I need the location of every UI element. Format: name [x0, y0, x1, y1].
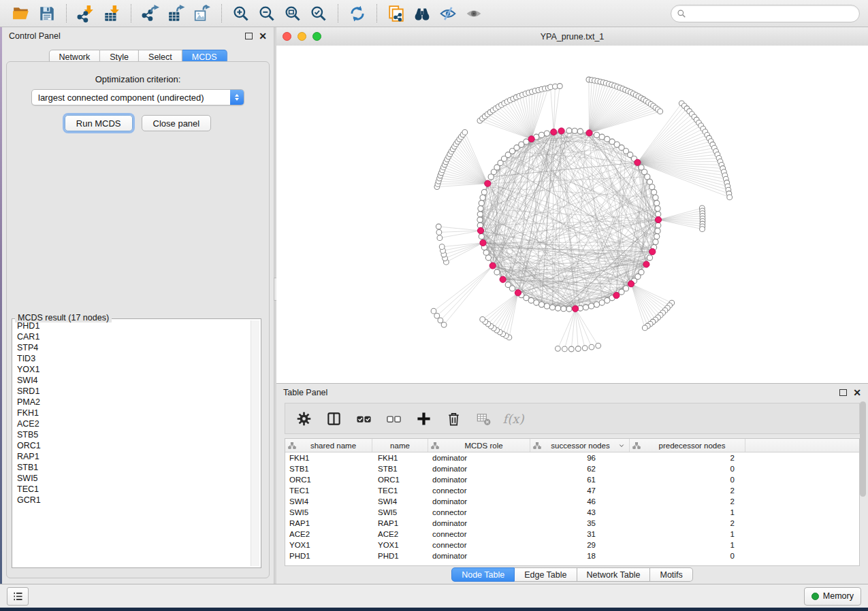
search-input[interactable]	[690, 8, 854, 19]
network-node[interactable]	[477, 217, 483, 222]
network-leaf-node[interactable]	[596, 343, 601, 348]
network-leaf-node[interactable]	[658, 109, 663, 114]
network-node[interactable]	[655, 228, 660, 233]
network-leaf-node[interactable]	[557, 84, 562, 89]
show-column-panel-button[interactable]	[323, 407, 344, 430]
network-leaf-node[interactable]	[642, 325, 647, 331]
network-node[interactable]	[479, 233, 484, 239]
network-node[interactable]	[649, 184, 655, 190]
mcds-hub-node[interactable]	[489, 263, 496, 269]
mcds-hub-node[interactable]	[500, 276, 506, 282]
zoom-selected-button[interactable]	[307, 3, 330, 24]
zoom-in-button[interactable]	[229, 3, 253, 24]
memory-button[interactable]: Memory	[804, 587, 861, 606]
table-row[interactable]: YOX1YOX1connector291	[285, 540, 859, 550]
network-canvas[interactable]	[276, 46, 868, 383]
mcds-result-item[interactable]: FKH1	[14, 408, 251, 418]
mcds-hub-node[interactable]	[643, 261, 649, 267]
network-node[interactable]	[481, 189, 487, 195]
mcds-result-item[interactable]: ORC1	[14, 440, 251, 451]
network-leaf-node[interactable]	[568, 346, 574, 352]
network-node[interactable]	[654, 233, 660, 239]
network-leaf-node[interactable]	[562, 346, 568, 352]
network-node[interactable]	[549, 305, 555, 310]
network-leaf-node[interactable]	[436, 224, 441, 229]
column-header-successor-nodes[interactable]: successor nodes	[530, 439, 630, 452]
network-node[interactable]	[572, 128, 577, 133]
network-node[interactable]	[505, 282, 511, 287]
network-node[interactable]	[594, 302, 599, 308]
network-leaf-node[interactable]	[437, 235, 443, 241]
mcds-hub-node[interactable]	[551, 129, 557, 135]
mcds-result-item[interactable]: SWI4	[14, 375, 251, 386]
mcds-result-item[interactable]: CAR1	[14, 331, 251, 342]
mcds-hub-node[interactable]	[655, 216, 661, 222]
mcds-result-item[interactable]: SWI5	[14, 473, 251, 484]
column-header-shared-name[interactable]: shared name	[285, 439, 372, 452]
network-leaf-node[interactable]	[727, 195, 733, 200]
network-node[interactable]	[566, 306, 572, 312]
network-node[interactable]	[480, 195, 485, 200]
save-session-button[interactable]	[35, 3, 59, 24]
import-network-button[interactable]	[74, 3, 97, 24]
network-node[interactable]	[483, 250, 489, 255]
mcds-hub-node[interactable]	[558, 128, 564, 134]
tab-edge-table[interactable]: Edge Table	[515, 567, 577, 582]
network-node[interactable]	[534, 300, 539, 306]
apply-layout-button[interactable]	[346, 3, 369, 24]
network-leaf-node[interactable]	[439, 244, 445, 250]
network-node[interactable]	[477, 212, 483, 217]
network-leaf-node[interactable]	[582, 346, 588, 351]
table-row[interactable]: SWI5SWI5connector431	[285, 507, 859, 518]
mcds-result-item[interactable]: STB5	[14, 429, 251, 440]
mcds-hub-node[interactable]	[477, 227, 483, 233]
network-node[interactable]	[479, 200, 484, 205]
network-node[interactable]	[655, 206, 660, 212]
table-row[interactable]: RAP1RAP1dominator352	[285, 518, 859, 529]
network-node[interactable]	[544, 303, 549, 309]
mcds-hub-node[interactable]	[528, 136, 534, 142]
network-node[interactable]	[539, 302, 544, 308]
tab-network-table[interactable]: Network Table	[577, 567, 651, 582]
show-all-button[interactable]	[462, 3, 485, 24]
network-node[interactable]	[594, 132, 599, 137]
network-node[interactable]	[599, 134, 605, 139]
mcds-hub-node[interactable]	[628, 281, 634, 287]
network-leaf-node[interactable]	[436, 230, 442, 235]
network-node[interactable]	[653, 240, 658, 245]
close-panel-button[interactable]: Close panel	[142, 115, 212, 131]
network-node[interactable]	[577, 129, 583, 134]
network-node[interactable]	[589, 303, 594, 309]
import-table-button[interactable]	[100, 3, 123, 24]
mcds-result-item[interactable]: PMA2	[14, 397, 251, 408]
table-row[interactable]: FKH1FKH1dominator962	[285, 452, 859, 463]
tab-node-table[interactable]: Node Table	[451, 567, 515, 582]
zoom-fit-button[interactable]	[281, 3, 304, 24]
mcds-hub-node[interactable]	[634, 159, 641, 165]
network-leaf-node[interactable]	[575, 346, 581, 352]
open-file-button[interactable]	[10, 3, 33, 24]
network-leaf-node[interactable]	[434, 313, 440, 318]
network-node[interactable]	[653, 195, 658, 200]
table-row[interactable]: PHD1PHD1dominator180	[285, 550, 859, 561]
table-row[interactable]: TEC1TEC1connector472	[285, 485, 859, 496]
select-all-columns-button[interactable]	[353, 407, 374, 430]
mcds-hub-node[interactable]	[586, 130, 592, 136]
network-leaf-node[interactable]	[431, 308, 436, 314]
network-node[interactable]	[583, 305, 588, 310]
network-leaf-node[interactable]	[462, 130, 468, 135]
network-leaf-node[interactable]	[589, 344, 594, 350]
mcds-result-item[interactable]: TID3	[14, 353, 251, 364]
close-table-panel-icon[interactable]: ✕	[853, 388, 861, 397]
network-node[interactable]	[652, 189, 657, 195]
network-leaf-node[interactable]	[556, 346, 561, 351]
delete-column-button[interactable]	[443, 407, 464, 430]
float-panel-icon[interactable]	[245, 33, 253, 39]
table-row[interactable]: STB1STB1dominator620	[285, 463, 859, 474]
table-scrollbar[interactable]	[860, 401, 866, 497]
network-node[interactable]	[656, 222, 661, 228]
mcds-result-item[interactable]: YOX1	[14, 364, 251, 375]
network-node[interactable]	[556, 306, 561, 311]
create-column-button[interactable]	[413, 407, 434, 430]
criterion-dropdown[interactable]: largest connected component (undirected)	[31, 89, 244, 105]
